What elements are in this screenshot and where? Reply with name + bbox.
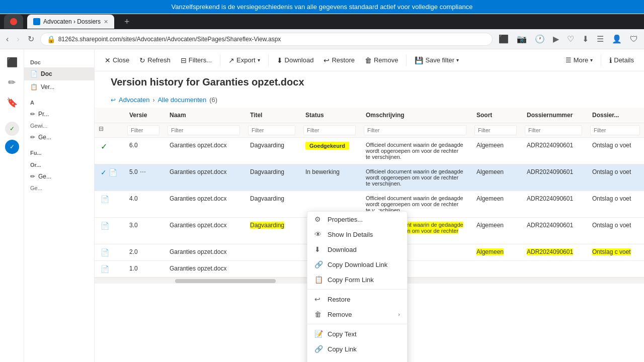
page-header: Version history for Garanties opzet.docx… — [95, 71, 644, 108]
browser-tab-active[interactable]: Advocaten › Dossiers ✕ — [27, 15, 114, 29]
context-menu-item-copy-link[interactable]: 🔗 Copy Link — [307, 341, 407, 356]
col-versie[interactable]: Versie — [123, 108, 164, 123]
shield-icon[interactable]: 🛡 — [628, 33, 640, 46]
camera-icon[interactable]: 📷 — [515, 32, 529, 46]
context-menu-item-restore[interactable]: ↩ Restore — [307, 292, 407, 307]
filter-versie-input[interactable] — [127, 125, 159, 135]
context-menu-item-show-details[interactable]: 👁 Show In Details — [307, 227, 407, 242]
col-titel[interactable]: Titel — [244, 108, 299, 123]
ge-icon: ✏ — [30, 134, 35, 141]
table-row[interactable]: ✓ 📄 5.0 ⋯ Garanties opzet.docx Dagvaardi… — [95, 164, 644, 191]
row-dossiernummer-cell: ADR2024090601 — [521, 164, 586, 191]
row-ellipsis-icon[interactable]: ⋯ — [140, 168, 146, 175]
breadcrumb-nav[interactable]: Alle documenten — [157, 96, 206, 104]
sidebar-item-doc[interactable]: 📄 Doc — [24, 67, 94, 80]
restore-button[interactable]: ↩ Restore — [319, 54, 359, 66]
play-icon[interactable]: ▶ — [551, 32, 561, 46]
download-icon[interactable]: ⬇ — [580, 32, 591, 46]
sidebar-icon-bookmark[interactable]: 🔖 — [3, 94, 21, 112]
toolbar-divider-3 — [406, 54, 407, 66]
table-row[interactable]: ✓ 6.0 Garanties opzet.docx Dagvaarding G… — [95, 138, 644, 164]
col-omschrijving[interactable]: Omschrijving — [360, 108, 470, 123]
tab-close-icon[interactable]: ✕ — [104, 19, 108, 25]
save-filter-button[interactable]: 💾 Save filter ▾ — [411, 54, 463, 66]
filter-dossier-input[interactable] — [590, 125, 640, 135]
refresh-button[interactable]: ↻ Refresh — [135, 54, 175, 66]
row-dossiernummer-highlight: ADR2024090601 — [527, 248, 573, 255]
row-dossiernummer-cell — [521, 261, 586, 278]
sidebar-icon-grid[interactable]: ⬛ — [3, 53, 21, 71]
row-dossiernummer-cell: ADR2024090601 — [521, 218, 586, 244]
remove-icon: 🗑 — [365, 56, 372, 64]
row-soort-cell: Algemeen — [470, 138, 521, 164]
remove-button[interactable]: 🗑 Remove — [361, 54, 402, 66]
col-naam[interactable]: Naam — [164, 108, 244, 123]
filter-omschrijving-input[interactable] — [364, 125, 466, 135]
filter-dossier-cell — [586, 123, 644, 138]
filter-status-input[interactable] — [303, 125, 356, 135]
menu-icon[interactable]: ☰ — [595, 32, 606, 46]
ge2-icon: ✏ — [30, 173, 35, 180]
reload-button[interactable]: ↻ — [26, 32, 36, 46]
export-button[interactable]: ↗ Export ▾ — [224, 54, 264, 66]
cm-remove-icon: 🗑 — [314, 310, 323, 318]
filter-soort-input[interactable] — [474, 125, 517, 135]
row-naam: Garanties opzet.docx — [170, 168, 226, 175]
close-button[interactable]: ✕ Close — [101, 54, 133, 66]
properties-icon: ⚙ — [314, 215, 323, 223]
row-titel-cell: Dagvaarding — [244, 164, 299, 191]
sidebar-item-pr[interactable]: ✏ Pr... — [24, 108, 94, 121]
row-versie: 5.0 — [129, 168, 138, 175]
context-menu-item-download[interactable]: ⬇ Download — [307, 242, 407, 257]
check-badge-2[interactable]: ✓ — [5, 140, 19, 154]
check-badge-1[interactable]: ✓ — [5, 122, 19, 136]
row-status: In bewerking — [305, 168, 340, 175]
download-button[interactable]: ⬇ Download — [273, 54, 318, 66]
forward-button[interactable]: › — [15, 33, 21, 46]
row-doc-icon: 📄 — [101, 195, 109, 203]
filters-button[interactable]: ⊟ Filters... — [177, 54, 216, 66]
sidebar-item-ge2[interactable]: ✏ Ge... — [24, 170, 94, 183]
row-soort-cell: Algemeen — [470, 191, 521, 218]
filter-dossiernummer-input[interactable] — [525, 125, 582, 135]
browser-tab-bar: Advocaten › Dossiers ✕ + — [0, 14, 644, 29]
pencil-icon: ✏ — [30, 111, 35, 118]
context-menu-item-copy-form-link[interactable]: 📋 Copy Form Link — [307, 272, 407, 287]
row-check-cell: 📄 — [95, 261, 123, 278]
col-dossiernummer[interactable]: Dossiernummer — [521, 108, 586, 123]
back-button[interactable]: ‹ — [4, 33, 11, 46]
scrollbar-thumb[interactable] — [175, 279, 276, 283]
breadcrumb-root[interactable]: Advocaten — [119, 96, 149, 104]
context-menu-item-remove[interactable]: 🗑 Remove › — [307, 307, 407, 322]
details-button[interactable]: ℹ Details — [605, 54, 638, 66]
clock-icon[interactable]: 🕐 — [533, 32, 547, 46]
sidebar-item-ge[interactable]: ✏ Ge... — [24, 131, 94, 144]
profile-icon[interactable]: 👤 — [610, 32, 624, 46]
more-button[interactable]: ☰ More ▾ — [561, 54, 597, 66]
remove-label: Remove — [374, 56, 398, 64]
filter-naam-input[interactable] — [168, 125, 240, 135]
heart-icon[interactable]: ♡ — [565, 32, 576, 46]
filter-titel-input[interactable] — [248, 125, 295, 135]
url-bar[interactable]: 🔒 81262s.sharepoint.com/sites/Advocaten/… — [40, 33, 493, 46]
tab-label: Advocaten › Dossiers — [43, 18, 101, 25]
row-check-cell: 📄 — [95, 218, 123, 244]
context-menu-item-copy-text[interactable]: 📝 Copy Text — [307, 326, 407, 341]
sidebar-doc-label: Doc — [41, 70, 52, 77]
context-menu-item-copy-download-link[interactable]: 🔗 Copy Download Link — [307, 257, 407, 272]
sidebar-icon-edit[interactable]: ✏ — [3, 73, 21, 92]
show-details-icon: 👁 — [314, 230, 323, 238]
new-tab-button[interactable]: + — [118, 15, 136, 29]
open-new-tab-icon: ↗ — [314, 360, 323, 362]
more-label: More — [574, 56, 589, 64]
col-dossier[interactable]: Dossier... — [586, 108, 644, 123]
sidebar-item-versie[interactable]: 📋 Ver... — [24, 80, 94, 94]
download-toolbar-icon: ⬇ — [277, 56, 283, 64]
row-doc-icon: 📄 — [101, 265, 109, 273]
context-menu-item-properties[interactable]: ⚙ Properties... — [307, 212, 407, 227]
row-soort-cell: Algemeen — [470, 164, 521, 191]
extensions-icon[interactable]: ⬛ — [497, 32, 511, 46]
col-status[interactable]: Status — [299, 108, 360, 123]
context-menu-item-open-new-tab[interactable]: ↗ Open Link In New Tab... — [307, 356, 407, 362]
col-soort[interactable]: Soort — [470, 108, 521, 123]
